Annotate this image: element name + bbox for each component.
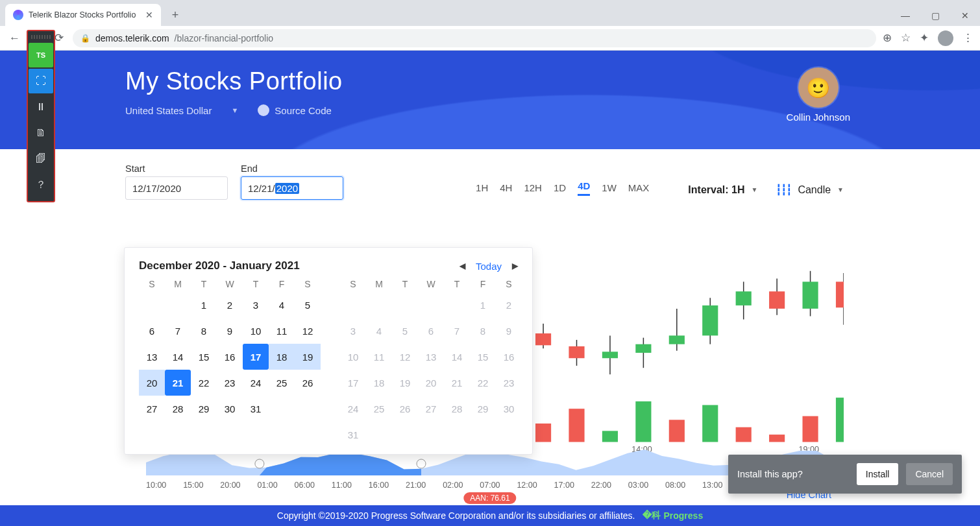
calendar-day[interactable]: 9 <box>217 318 243 344</box>
calendar-day[interactable]: 24 <box>340 396 366 422</box>
range-4h[interactable]: 4H <box>500 182 512 196</box>
calendar-day[interactable]: 22 <box>470 370 496 396</box>
tab-close-icon[interactable]: ✕ <box>145 10 153 20</box>
layout-button[interactable]: 🗎 <box>29 121 53 145</box>
start-date-input[interactable] <box>125 176 228 200</box>
calendar-day[interactable]: 20 <box>418 370 444 396</box>
calendar-day[interactable]: 16 <box>217 344 243 370</box>
calendar-day[interactable]: 29 <box>191 396 217 422</box>
date-range-calendar[interactable]: December 2020 - January 2021 ◀ Today ▶ S… <box>124 247 533 455</box>
calendar-day[interactable]: 20 <box>139 370 165 396</box>
calendar-day[interactable]: 16 <box>496 344 522 370</box>
calendar-day[interactable]: 14 <box>444 344 470 370</box>
calendar-next-icon[interactable]: ▶ <box>512 261 518 270</box>
calendar-day[interactable]: 28 <box>444 396 470 422</box>
calendar-day[interactable]: 19 <box>295 344 321 370</box>
devtools-sidebar[interactable]: TS ⛶ ⏸ 🗎 🗐 ？ <box>27 30 55 202</box>
calendar-day[interactable]: 5 <box>392 318 418 344</box>
calendar-day[interactable]: 28 <box>165 396 191 422</box>
calendar-day[interactable]: 1 <box>470 292 496 318</box>
end-date-input[interactable]: 12/21/2020 <box>241 176 343 200</box>
calendar-day[interactable]: 17 <box>340 370 366 396</box>
calendar-day[interactable]: 8 <box>191 318 217 344</box>
calendar-day[interactable]: 4 <box>366 318 392 344</box>
range-4d[interactable]: 4D <box>578 180 590 196</box>
chart-type-dropdown[interactable]: ┇┇┇ Candle ▼ <box>776 184 844 196</box>
calendar-day[interactable]: 18 <box>269 344 295 370</box>
nav-back-icon[interactable]: ← <box>6 29 23 47</box>
calendar-day[interactable]: 31 <box>243 396 269 422</box>
calendar-day[interactable]: 12 <box>392 344 418 370</box>
calendar-day[interactable]: 18 <box>366 370 392 396</box>
calendar-day[interactable]: 14 <box>165 344 191 370</box>
calendar-day[interactable]: 13 <box>418 344 444 370</box>
calendar-day[interactable]: 30 <box>217 396 243 422</box>
pause-button[interactable]: ⏸ <box>29 95 53 119</box>
calendar-day[interactable]: 8 <box>470 318 496 344</box>
interval-dropdown[interactable]: Interval: 1H ▼ <box>688 184 757 196</box>
range-1h[interactable]: 1H <box>476 182 488 196</box>
calendar-day[interactable]: 9 <box>496 318 522 344</box>
calendar-day[interactable]: 23 <box>217 370 243 396</box>
calendar-day[interactable]: 4 <box>269 292 295 318</box>
calendar-day[interactable]: 15 <box>470 344 496 370</box>
new-tab-button[interactable]: + <box>166 6 184 24</box>
calendar-day[interactable]: 7 <box>165 318 191 344</box>
calendar-day[interactable]: 17 <box>243 344 269 370</box>
progress-logo[interactable]: �科 Progress <box>643 510 703 521</box>
range-max[interactable]: MAX <box>628 182 650 196</box>
calendar-day[interactable]: 6 <box>139 318 165 344</box>
source-code-link[interactable]: Source Code <box>258 104 332 116</box>
calendar-day[interactable]: 27 <box>418 396 444 422</box>
cancel-button[interactable]: Cancel <box>906 463 953 485</box>
calendar-day[interactable]: 30 <box>496 396 522 422</box>
calendar-day[interactable]: 2 <box>217 292 243 318</box>
window-maximize-button[interactable]: ▢ <box>920 5 950 26</box>
user-block[interactable]: 🙂 Collin Johnson <box>787 67 850 123</box>
calendar-day[interactable]: 26 <box>392 396 418 422</box>
export-button[interactable]: 🗐 <box>29 147 53 171</box>
calendar-day[interactable]: 3 <box>243 292 269 318</box>
calendar-day[interactable]: 19 <box>392 370 418 396</box>
drag-grip-icon[interactable] <box>31 35 51 39</box>
currency-dropdown[interactable]: United States Dollar ▼ <box>125 105 238 116</box>
calendar-today-link[interactable]: Today <box>476 261 502 272</box>
browser-tab[interactable]: Telerik Blazor Stocks Portfolio ✕ <box>5 4 161 26</box>
calendar-prev-icon[interactable]: ◀ <box>459 261 465 270</box>
calendar-day[interactable]: 10 <box>340 344 366 370</box>
calendar-day[interactable]: 29 <box>470 396 496 422</box>
calendar-day[interactable]: 11 <box>366 344 392 370</box>
calendar-day[interactable]: 12 <box>295 318 321 344</box>
inspect-button[interactable]: ⛶ <box>29 69 53 93</box>
calendar-day[interactable]: 2 <box>496 292 522 318</box>
window-minimize-button[interactable]: — <box>890 5 920 26</box>
calendar-day[interactable]: 1 <box>191 292 217 318</box>
extensions-icon[interactable]: ✦ <box>920 31 929 45</box>
bookmark-icon[interactable]: ☆ <box>901 31 911 45</box>
kebab-menu-icon[interactable]: ⋮ <box>962 31 974 45</box>
calendar-day[interactable]: 31 <box>340 422 366 448</box>
calendar-day[interactable]: 5 <box>295 292 321 318</box>
help-button[interactable]: ？ <box>29 173 53 197</box>
calendar-day[interactable]: 25 <box>366 396 392 422</box>
ts-badge-button[interactable]: TS <box>29 43 53 67</box>
calendar-day[interactable]: 23 <box>496 370 522 396</box>
calendar-day[interactable]: 7 <box>444 318 470 344</box>
calendar-day[interactable]: 15 <box>191 344 217 370</box>
range-12h[interactable]: 12H <box>524 182 542 196</box>
calendar-day[interactable]: 6 <box>418 318 444 344</box>
calendar-day[interactable]: 21 <box>444 370 470 396</box>
calendar-day[interactable]: 21 <box>165 370 191 396</box>
range-1d[interactable]: 1D <box>554 182 566 196</box>
calendar-day[interactable]: 11 <box>269 318 295 344</box>
range-1w[interactable]: 1W <box>602 182 617 196</box>
calendar-day[interactable]: 27 <box>139 396 165 422</box>
install-button[interactable]: Install <box>857 463 899 485</box>
calendar-day[interactable]: 24 <box>243 370 269 396</box>
calendar-day[interactable]: 13 <box>139 344 165 370</box>
profile-avatar-icon[interactable] <box>938 30 953 46</box>
window-close-button[interactable]: ✕ <box>950 5 980 26</box>
calendar-day[interactable]: 25 <box>269 370 295 396</box>
calendar-day[interactable]: 26 <box>295 370 321 396</box>
calendar-day[interactable]: 3 <box>340 318 366 344</box>
